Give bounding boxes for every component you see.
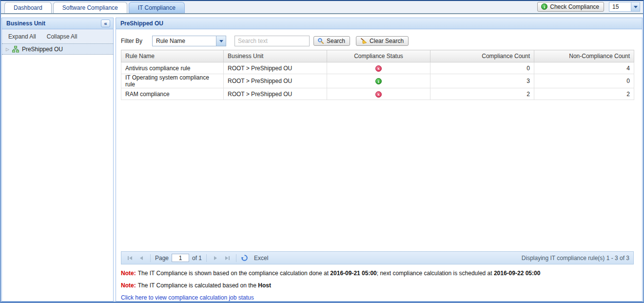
filter-field-select[interactable]: Rule Name	[152, 36, 226, 46]
page-size-select[interactable]: 15	[609, 2, 640, 12]
prev-page-button[interactable]	[137, 254, 146, 263]
tree-toolbar: Expand All Collapse All	[2, 29, 113, 43]
filter-field-value: Rule Name	[152, 36, 216, 46]
cell-rule-name: RAM compliance	[121, 88, 224, 100]
cell-non-compliance-count: 2	[534, 88, 634, 100]
cell-compliance-status: x	[327, 62, 430, 74]
cell-compliance-count: 0	[430, 62, 534, 74]
compliance-status-icon: x	[375, 91, 382, 98]
pager-divider	[236, 254, 236, 262]
page-size-dropdown-button[interactable]	[631, 2, 640, 12]
tab-bar: Dashboard Software Compliance IT Complia…	[1, 1, 643, 13]
cell-non-compliance-count: 4	[534, 62, 634, 74]
page-size-value: 15	[609, 2, 631, 12]
content-area: Business Unit « Expand All Collapse All …	[1, 14, 643, 302]
refresh-icon[interactable]	[241, 254, 248, 262]
cell-rule-name: Antivirus compliance rule	[121, 62, 224, 74]
tab-it-compliance[interactable]: IT Compliance	[129, 2, 185, 13]
org-unit-icon	[12, 45, 20, 53]
filter-bar: Filter By Rule Name Search	[121, 35, 638, 47]
note-text: ; next compliance calculation is schedul…	[377, 270, 494, 277]
cell-compliance-status: x	[327, 88, 430, 100]
cell-business-unit: ROOT > PreShipped OU	[224, 88, 327, 100]
note-date-done: 2016-09-21 05:00	[330, 270, 376, 277]
column-header-non-compliance-count[interactable]: Non-Compliance Count	[534, 50, 634, 62]
note-calculation-basis: Note:The IT Compliance is calculated bas…	[121, 282, 638, 289]
check-compliance-label: Check Compliance	[550, 3, 599, 10]
check-compliance-button[interactable]: i Check Compliance	[537, 2, 604, 12]
table-row[interactable]: RAM compliance ROOT > PreShipped OU x 2 …	[121, 88, 634, 100]
page-of-label: of 1	[192, 255, 202, 262]
business-unit-header: Business Unit «	[2, 18, 113, 29]
note-label: Note:	[121, 270, 136, 277]
business-unit-panel: Business Unit « Expand All Collapse All …	[1, 18, 114, 302]
tab-it-compliance-label: IT Compliance	[138, 4, 176, 11]
cell-non-compliance-count: 0	[534, 74, 634, 88]
cell-rule-name: IT Operating system compliance rule	[121, 74, 224, 88]
search-icon	[317, 38, 324, 44]
cell-compliance-count: 3	[430, 74, 534, 88]
filter-field-dropdown-button[interactable]	[216, 36, 226, 46]
note-host-bold: Host	[258, 282, 271, 289]
grid-empty-space	[120, 100, 638, 251]
page-label: Page	[155, 255, 169, 262]
clear-search-button-label: Clear Search	[370, 38, 404, 44]
chevron-down-icon	[634, 6, 638, 8]
note-calculation-schedule: Note:The IT Compliance is shown based on…	[121, 270, 638, 277]
filter-by-label: Filter By	[121, 38, 142, 44]
collapse-panel-icon[interactable]: «	[101, 20, 110, 27]
clear-search-button[interactable]: Clear Search	[356, 36, 409, 46]
search-button[interactable]: Search	[313, 36, 350, 46]
page-number-input[interactable]	[172, 254, 189, 262]
pager-divider	[150, 254, 151, 262]
table-row[interactable]: Antivirus compliance rule ROOT > PreShip…	[121, 62, 634, 74]
main-panel-header: PreShipped OU	[116, 18, 642, 29]
expand-all-link[interactable]: Expand All	[8, 33, 36, 40]
note-date-scheduled: 2016-09-22 05:00	[494, 270, 540, 277]
column-header-compliance-status[interactable]: Compliance Status	[327, 50, 430, 62]
column-header-rule-name[interactable]: Rule Name	[121, 50, 224, 62]
cell-compliance-status: i	[327, 74, 430, 88]
compliance-status-icon: x	[375, 65, 382, 72]
search-input[interactable]	[234, 36, 310, 46]
table-header-row: Rule Name Business Unit Compliance Statu…	[121, 50, 634, 62]
table-row[interactable]: IT Operating system compliance rule ROOT…	[121, 74, 634, 88]
tab-software-compliance[interactable]: Software Compliance	[53, 2, 127, 13]
note-label: Note:	[121, 282, 136, 289]
job-status-link[interactable]: Click here to view compliance calculatio…	[121, 294, 638, 301]
column-header-compliance-count[interactable]: Compliance Count	[430, 50, 534, 62]
first-page-button[interactable]	[125, 254, 134, 263]
tree-item-preshipped-ou[interactable]: ▷ PreShipped OU	[2, 43, 113, 55]
compliance-status-icon: i	[375, 78, 382, 84]
cell-business-unit: ROOT > PreShipped OU	[224, 74, 327, 88]
cell-business-unit: ROOT > PreShipped OU	[224, 62, 327, 74]
note-text: The IT Compliance is calculated based on…	[138, 282, 258, 289]
cell-compliance-count: 2	[430, 88, 534, 100]
app-window: Dashboard Software Compliance IT Complia…	[0, 0, 644, 303]
chevron-down-icon	[219, 40, 223, 42]
note-text: The IT Compliance is shown based on the …	[138, 270, 331, 277]
clear-search-icon	[360, 38, 367, 44]
collapse-all-link[interactable]: Collapse All	[47, 33, 78, 40]
pager-summary: Displaying IT compliance rule(s) 1 - 3 o…	[522, 255, 629, 262]
pager-divider	[206, 254, 207, 262]
main-panel-body: Filter By Rule Name Search	[116, 29, 642, 301]
last-page-button[interactable]	[223, 254, 232, 263]
tab-dashboard-label: Dashboard	[14, 4, 42, 11]
tab-software-compliance-label: Software Compliance	[62, 4, 118, 11]
pagination-bar: Page of 1 Excel Displaying IT compliance…	[121, 251, 634, 264]
excel-export-link[interactable]: Excel	[254, 255, 268, 262]
column-header-business-unit[interactable]: Business Unit	[224, 50, 327, 62]
search-button-label: Search	[327, 38, 345, 44]
tree-item-label: PreShipped OU	[22, 46, 63, 53]
compliance-rules-table: Rule Name Business Unit Compliance Statu…	[121, 50, 634, 100]
next-page-button[interactable]	[211, 254, 220, 263]
tree-expand-icon[interactable]: ▷	[6, 47, 9, 52]
tabbar-actions: i Check Compliance 15	[537, 2, 640, 12]
page-title: PreShipped OU	[120, 20, 163, 27]
info-icon: i	[541, 3, 547, 10]
it-compliance-panel: PreShipped OU Filter By Rule Name	[116, 18, 643, 302]
notes-section: Note:The IT Compliance is shown based on…	[121, 270, 638, 294]
business-unit-title: Business Unit	[6, 20, 45, 27]
tab-dashboard[interactable]: Dashboard	[4, 2, 52, 13]
